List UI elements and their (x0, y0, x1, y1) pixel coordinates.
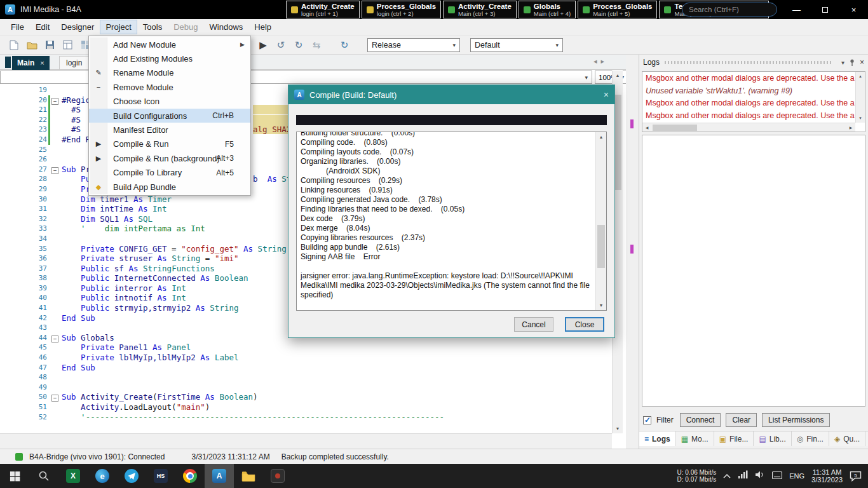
minimize-button[interactable]: — (782, 0, 811, 19)
network-icon[interactable] (738, 470, 748, 482)
menu-item-remove-module[interactable]: −Remove Module (89, 80, 250, 94)
pane-tab-logs[interactable]: ≡Logs (639, 431, 676, 446)
log-message[interactable]: Msgbox and other modal dialogs are depre… (643, 110, 855, 123)
menu-item-build-configurations[interactable]: Build ConfigurationsCtrl+B (89, 109, 250, 123)
scroll-down-icon[interactable]: ▼ (856, 114, 865, 123)
deploy-mode-select[interactable]: Default ▾ (470, 38, 563, 52)
menu-item-rename-module[interactable]: ✎Rename Module (89, 66, 250, 80)
code-line-48[interactable]: 48 (0, 372, 612, 383)
pane-tab-libraries[interactable]: ▤Lib... (754, 431, 791, 446)
menu-edit[interactable]: Edit (30, 20, 55, 34)
panel-drag-grip[interactable] (665, 61, 832, 64)
menu-file[interactable]: File (5, 20, 30, 34)
scrollbar-thumb[interactable] (597, 225, 605, 268)
pane-tab-find[interactable]: ◎Fin... (792, 431, 829, 446)
search-icon[interactable] (29, 464, 58, 488)
navigate-back-icon[interactable]: ↺ (273, 38, 288, 52)
scroll-up-icon[interactable]: ▲ (596, 132, 606, 142)
quick-tab-4[interactable]: GlobalsMain (ctrl + 4) (519, 1, 576, 18)
log-message[interactable]: Unused variable 'strWaktu1'. (warning #9… (643, 85, 855, 98)
refresh-icon[interactable]: ↻ (337, 38, 352, 52)
splitter-handle[interactable] (630, 119, 634, 128)
excel-icon[interactable]: X (58, 464, 88, 488)
language-indicator[interactable]: ENG (789, 472, 804, 480)
chevron-down-icon[interactable]: ▾ (841, 59, 844, 66)
quick-tab-3[interactable]: Activity_CreateMain (ctrl + 3) (443, 1, 517, 18)
scroll-left-icon[interactable]: ◀ (642, 125, 651, 130)
tab-scroll-arrows[interactable]: ◂▸ (593, 57, 608, 65)
close-panel-icon[interactable]: × (860, 58, 864, 67)
maximize-button[interactable] (811, 0, 839, 19)
quick-tab-1[interactable]: Activity_Createlogin (ctrl + 1) (286, 1, 360, 18)
scroll-down-icon[interactable]: ▼ (596, 301, 606, 310)
menu-item-manifest-editor[interactable]: Manifest Editor (89, 123, 250, 137)
run-icon[interactable]: ▶ (255, 38, 271, 52)
code-line-49[interactable]: 49 (0, 383, 612, 393)
clock[interactable]: 11:31 AM 3/31/2023 (811, 468, 843, 484)
log-message[interactable]: Msgbox and other modal dialogs are depre… (643, 97, 855, 110)
menu-item-compile-run[interactable]: ▶Compile & RunF5 (89, 137, 250, 151)
edge-icon[interactable]: e (88, 464, 117, 488)
start-icon[interactable] (0, 464, 29, 488)
notification-center-icon[interactable]: 5 (850, 471, 862, 482)
code-line-47[interactable]: 47End Sub (0, 363, 612, 373)
code-line-50[interactable]: 50−Sub Activity_Create(FirstTime As Bool… (0, 392, 612, 402)
link-icon[interactable]: ⇆ (309, 38, 324, 52)
menu-windows[interactable]: Windows (204, 20, 249, 34)
pane-tab-files[interactable]: ▣File... (714, 431, 754, 446)
code-line-46[interactable]: 46 Private lblMyIp,lblMyIp2 As Label (0, 353, 612, 363)
menu-item-compile-to-library[interactable]: Compile To LibraryAlt+5 (89, 166, 250, 180)
logs-vertical-scrollbar[interactable]: ▲ ▼ (855, 72, 865, 123)
navigate-forward-icon[interactable]: ↻ (291, 38, 306, 52)
quick-tab-2[interactable]: Process_Globalslogin (ctrl + 2) (362, 1, 441, 18)
pane-tab-modules[interactable]: ▦Mo... (676, 431, 714, 446)
explorer-icon[interactable] (234, 464, 263, 488)
scroll-up-icon[interactable]: ▲ (613, 71, 623, 80)
touch-keyboard-icon[interactable] (772, 470, 782, 482)
code-line-45[interactable]: 45 Private Panel1 As Panel (0, 342, 612, 353)
menu-project[interactable]: Project (100, 20, 137, 34)
menu-item-choose-icon[interactable]: Choose Icon (89, 95, 250, 109)
search-box[interactable] (682, 3, 777, 17)
open-file-icon[interactable] (24, 38, 39, 52)
log-message[interactable]: Msgbox and other modal dialogs are depre… (643, 72, 855, 85)
b4a-icon[interactable]: A (205, 464, 234, 488)
menu-item-compile-run-background-[interactable]: ▶Compile & Run (background)Alt+3 (89, 151, 250, 165)
close-tab-icon[interactable]: × (40, 59, 44, 67)
pin-icon[interactable] (849, 59, 855, 66)
cancel-button[interactable]: Cancel (514, 317, 553, 332)
filter-checkbox[interactable] (643, 416, 651, 424)
save-icon[interactable] (42, 38, 57, 52)
list-permissions-button[interactable]: List Permissions (762, 413, 830, 427)
scroll-right-icon[interactable]: ▶ (846, 125, 855, 130)
tray-expand-icon[interactable] (723, 470, 731, 482)
fold-collapse-icon[interactable]: − (51, 395, 58, 402)
hs-icon[interactable]: HS (146, 464, 175, 488)
menu-item-add-existing-modules[interactable]: Add Existing Modules (89, 51, 250, 65)
fold-collapse-icon[interactable]: − (51, 336, 58, 342)
search-input[interactable] (682, 6, 777, 13)
pane-tab-quick[interactable]: ◈Qu... (829, 431, 865, 446)
connect-button[interactable]: Connect (680, 413, 721, 427)
dialog-vertical-scrollbar[interactable]: ▲ ▼ (595, 132, 606, 310)
editor-tab-main[interactable]: Main × (12, 56, 50, 70)
editor-horizontal-scrollbar[interactable] (0, 433, 612, 449)
fold-collapse-icon[interactable]: − (51, 167, 58, 174)
code-line-51[interactable]: 51 Activity.LoadLayout("main") (0, 402, 612, 412)
scroll-up-icon[interactable]: ▲ (856, 72, 865, 81)
volume-icon[interactable] (755, 470, 765, 482)
panel-splitter[interactable] (626, 55, 639, 449)
menu-help[interactable]: Help (248, 20, 277, 34)
splitter-handle[interactable] (630, 245, 634, 254)
designer-icon[interactable] (60, 38, 75, 52)
scroll-down-icon[interactable]: ▼ (613, 424, 623, 433)
scrollbar-thumb[interactable] (653, 125, 697, 131)
clear-button[interactable]: Clear (726, 413, 757, 427)
quick-tab-5[interactable]: Process_GlobalsMain (ctrl + 5) (578, 1, 657, 18)
close-button[interactable]: Close (565, 317, 604, 332)
menu-item-add-new-module[interactable]: Add New Module▶ (89, 37, 250, 51)
code-line-52[interactable]: 52 '------------------------------------… (0, 412, 612, 423)
new-file-icon[interactable] (6, 38, 22, 52)
menu-item-build-app-bundle[interactable]: ◆Build App Bundle (89, 180, 250, 194)
menu-designer[interactable]: Designer (55, 20, 100, 34)
